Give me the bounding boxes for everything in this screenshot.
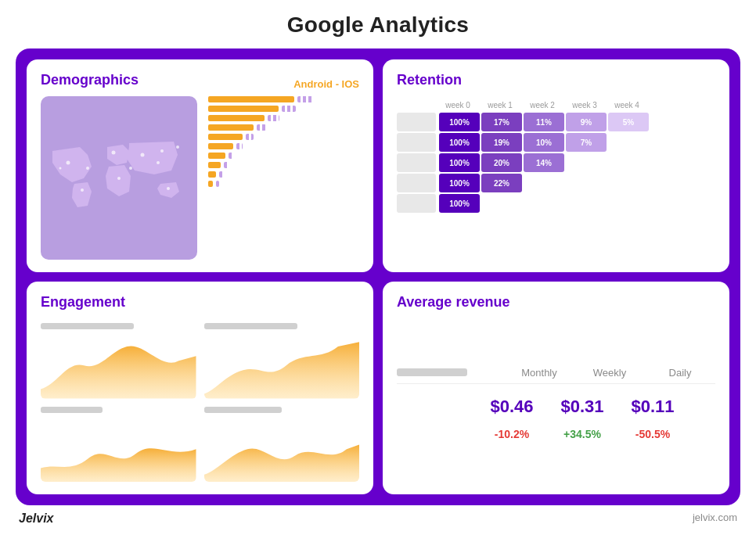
ret-cell-2-2: 14% — [524, 153, 564, 172]
svg-point-9 — [176, 145, 179, 149]
ret-cell-0-2: 11% — [524, 113, 564, 131]
retention-col-header-1: week 1 — [480, 101, 520, 110]
retention-row-0: 100%17%11%9%5% — [397, 113, 715, 131]
engagement-chart-4 — [204, 407, 360, 483]
bar-row-4 — [208, 134, 359, 140]
svg-point-4 — [117, 177, 121, 180]
ret-cell-0-1: 17% — [481, 113, 522, 131]
bar-dashed-9 — [216, 181, 219, 187]
retention-row-label-3 — [397, 174, 436, 192]
bar-row-6 — [208, 153, 359, 159]
bar-row-5 — [208, 143, 359, 149]
footer-brand: Jelvix — [19, 512, 53, 526]
svg-point-7 — [157, 161, 160, 164]
world-map — [41, 96, 197, 260]
revenue-placeholder-bar — [397, 368, 467, 376]
ret-cell-1-4 — [608, 133, 649, 152]
bar-dashed-4 — [246, 134, 254, 140]
engagement-chart-1 — [41, 323, 196, 399]
retention-row-4: 100% — [397, 194, 715, 213]
engagement-chart-2 — [204, 323, 360, 399]
revenue-change-1: +34.5% — [547, 428, 617, 440]
revenue-card: Average revenue MonthlyWeeklyDaily $0.46… — [383, 282, 729, 494]
ret-cell-1-2: 10% — [524, 133, 564, 152]
retention-title: Retention — [397, 72, 715, 88]
ret-cell-0-0: 100% — [439, 113, 480, 131]
ret-cell-1-3: 7% — [566, 133, 607, 152]
bar-row-2 — [208, 115, 359, 121]
bar-solid-1 — [208, 106, 279, 112]
bar-row-1 — [208, 106, 359, 112]
bar-dashed-3 — [257, 124, 266, 131]
bar-solid-2 — [208, 115, 265, 121]
ret-cell-3-4 — [608, 174, 649, 192]
svg-point-11 — [129, 167, 132, 170]
ret-cell-3-2 — [524, 174, 564, 192]
svg-point-6 — [160, 149, 164, 153]
dashboard-outer-card: Demographics Android - IOS — [16, 48, 740, 505]
ret-cell-3-3 — [566, 174, 607, 192]
bar-solid-9 — [208, 181, 213, 187]
bar-solid-4 — [208, 134, 243, 140]
bar-row-7 — [208, 162, 359, 168]
engagement-card: Engagement — [27, 282, 373, 494]
bar-row-8 — [208, 171, 359, 178]
ret-cell-2-4 — [608, 153, 649, 172]
engagement-charts — [41, 323, 359, 482]
retention-grid: week 0week 1week 2week 3week 4 100%17%11… — [397, 101, 715, 260]
revenue-value-2: $0.11 — [617, 397, 688, 417]
retention-col-header-4: week 4 — [607, 101, 647, 110]
android-ios-section — [208, 96, 359, 260]
ret-cell-1-1: 19% — [481, 133, 522, 152]
bar-solid-8 — [208, 171, 216, 178]
page-title: Google Analytics — [287, 13, 469, 38]
footer: Jelvix jelvix.com — [16, 505, 740, 526]
retention-row-label-0 — [397, 113, 436, 131]
svg-point-10 — [59, 167, 62, 169]
ret-cell-4-0: 100% — [439, 194, 480, 213]
bar-row-3 — [208, 124, 359, 131]
bar-dashed-1 — [282, 106, 296, 112]
bar-solid-6 — [208, 153, 225, 159]
ret-cell-0-3: 9% — [566, 113, 607, 131]
ret-cell-4-2 — [524, 194, 564, 213]
chart-label-bar-4 — [204, 407, 282, 413]
ret-cell-2-0: 100% — [439, 153, 480, 172]
ret-cell-3-1: 22% — [481, 174, 522, 192]
svg-point-1 — [86, 167, 89, 170]
revenue-col-header-2: Daily — [645, 367, 715, 379]
bar-dashed-7 — [224, 162, 229, 168]
chart-label-bar-2 — [204, 323, 297, 329]
svg-point-2 — [81, 189, 84, 192]
bar-dashed-5 — [236, 143, 243, 149]
revenue-change-2: -50.5% — [617, 428, 688, 440]
ret-cell-0-4: 5% — [608, 113, 649, 131]
bar-row-0 — [208, 96, 359, 102]
ret-cell-4-3 — [566, 194, 607, 213]
retention-card: Retention week 0week 1week 2week 3week 4… — [383, 59, 729, 272]
engagement-title: Engagement — [41, 294, 359, 311]
svg-point-8 — [167, 187, 170, 190]
bar-dashed-0 — [297, 96, 313, 102]
retention-row-3: 100%22% — [397, 174, 715, 192]
svg-point-3 — [112, 150, 116, 154]
revenue-col-header-1: Weekly — [574, 367, 645, 379]
retention-col-header-2: week 2 — [522, 101, 563, 110]
retention-row-2: 100%20%14% — [397, 153, 715, 172]
engagement-chart-3 — [41, 407, 196, 483]
android-ios-label: Android - IOS — [293, 78, 359, 90]
revenue-values-row: $0.46$0.31$0.11 — [397, 397, 715, 417]
retention-row-label-2 — [397, 153, 436, 172]
chart-label-bar-1 — [41, 323, 134, 329]
revenue-value-1: $0.31 — [547, 397, 617, 417]
bar-dashed-8 — [219, 171, 223, 178]
ret-cell-2-1: 20% — [481, 153, 522, 172]
revenue-header-row: MonthlyWeeklyDaily — [397, 367, 715, 384]
ret-cell-2-3 — [566, 153, 607, 172]
chart-label-bar-3 — [41, 407, 103, 413]
bar-solid-5 — [208, 143, 233, 149]
bar-solid-7 — [208, 162, 221, 168]
retention-row-label-1 — [397, 133, 436, 152]
bar-dashed-2 — [268, 115, 279, 121]
ret-cell-1-0: 100% — [439, 133, 480, 152]
